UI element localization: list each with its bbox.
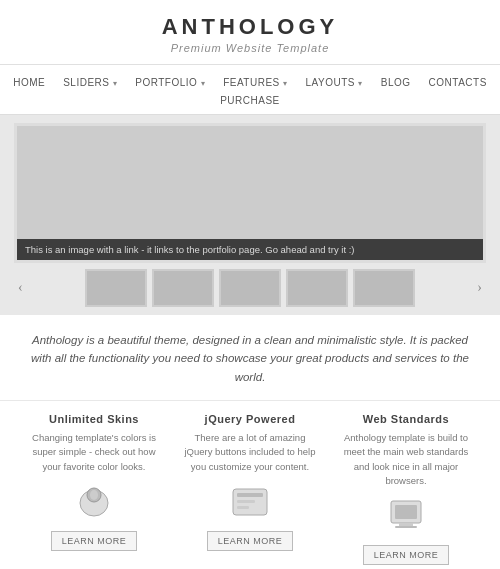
svg-rect-10	[395, 526, 417, 528]
feature-jquery-icon	[225, 482, 275, 522]
prev-arrow[interactable]: ‹	[14, 280, 27, 296]
next-arrow[interactable]: ›	[473, 280, 486, 296]
learn-more-skins[interactable]: LEARN MORE	[51, 531, 138, 551]
feature-webstandards-title: Web Standards	[336, 413, 476, 425]
feature-jquery-title: jQuery Powered	[180, 413, 320, 425]
nav-layouts[interactable]: LAYOUTS ▾	[306, 77, 363, 88]
thumbnail-5[interactable]	[353, 269, 415, 307]
hero-caption: This is an image with a link - it links …	[17, 239, 483, 260]
thumbnail-1[interactable]	[85, 269, 147, 307]
navigation: HOME SLIDERS ▾ PORTFOLIO ▾ FEATURES ▾ LA…	[0, 65, 500, 115]
thumbnails-section: ‹ ›	[0, 263, 500, 315]
feature-skins-title: Unlimited Skins	[24, 413, 164, 425]
learn-more-webstandards[interactable]: LEARN MORE	[363, 545, 450, 565]
thumbnail-4[interactable]	[286, 269, 348, 307]
feature-webstandards: Web Standards Anthology template is buil…	[336, 413, 476, 565]
svg-rect-4	[237, 493, 263, 497]
intro-text: Anthology is a beautiful theme, designed…	[30, 331, 470, 386]
learn-more-jquery[interactable]: LEARN MORE	[207, 531, 294, 551]
svg-point-2	[90, 490, 98, 500]
feature-jquery: jQuery Powered There are a lot of amazin…	[180, 413, 320, 565]
features-section: Unlimited Skins Changing template's colo…	[0, 401, 500, 569]
site-title: antholoGY	[0, 14, 500, 40]
svg-rect-9	[399, 523, 413, 526]
hero-slide[interactable]: This is an image with a link - it links …	[14, 123, 486, 263]
feature-skins: Unlimited Skins Changing template's colo…	[24, 413, 164, 565]
intro-section: Anthology is a beautiful theme, designed…	[0, 315, 500, 401]
header: antholoGY Premium Website Template	[0, 0, 500, 65]
svg-rect-5	[237, 500, 255, 503]
nav-sliders[interactable]: SLIDERS ▾	[63, 77, 117, 88]
svg-rect-8	[395, 505, 417, 519]
feature-skins-icon	[69, 482, 119, 522]
nav-purchase[interactable]: PURCHASE	[220, 95, 280, 106]
hero-section: This is an image with a link - it links …	[0, 115, 500, 263]
nav-home[interactable]: HOME	[13, 77, 45, 88]
feature-jquery-desc: There are a lot of amazing jQuery button…	[180, 431, 320, 474]
thumbnail-2[interactable]	[152, 269, 214, 307]
nav-contacts[interactable]: CONTACTS	[429, 77, 487, 88]
thumbnail-3[interactable]	[219, 269, 281, 307]
nav-blog[interactable]: BLOG	[381, 77, 411, 88]
site-subtitle: Premium Website Template	[0, 42, 500, 54]
feature-webstandards-icon	[381, 496, 431, 536]
svg-rect-6	[237, 506, 249, 509]
feature-skins-desc: Changing template's colors is super simp…	[24, 431, 164, 474]
nav-features[interactable]: FEATURES ▾	[223, 77, 287, 88]
nav-portfolio[interactable]: PORTFOLIO ▾	[135, 77, 205, 88]
feature-webstandards-desc: Anthology template is build to meet the …	[336, 431, 476, 488]
thumbnails-row	[27, 269, 474, 307]
